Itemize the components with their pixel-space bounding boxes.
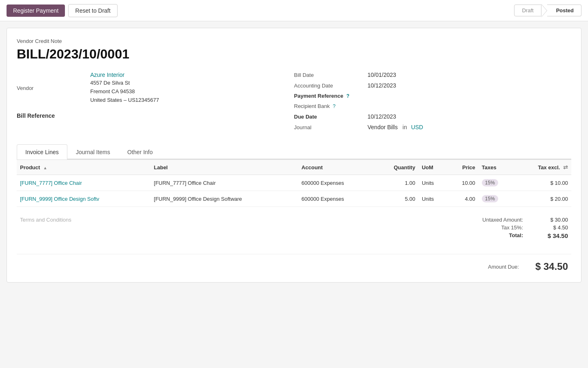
footer-section: Terms and Conditions Untaxed Amount: $ 3… — [17, 210, 571, 247]
payment-ref-help-icon[interactable]: ? — [346, 93, 349, 99]
row1-account: 600000 Expenses — [298, 175, 374, 191]
amount-due-section: Amount Due: $ 34.50 — [17, 254, 571, 272]
total-row: Total: $ 34.50 — [482, 232, 568, 239]
doc-number: BILL/2023/10/0001 — [17, 47, 571, 62]
bill-ref-label: Bill Reference — [17, 112, 294, 119]
status-arrow — [541, 4, 547, 17]
info-grid: Vendor Azure Interior 4557 De Silva St F… — [17, 72, 571, 135]
info-right: Bill Date 10/01/2023 Accounting Date 10/… — [294, 72, 571, 135]
untaxed-amount-label: Untaxed Amount: — [482, 217, 523, 223]
row2-taxes: 15% — [479, 191, 514, 207]
toolbar-left: Register Payment Reset to Draft — [7, 4, 118, 17]
recipient-bank-label: Recipient Bank ? — [294, 103, 368, 109]
row1-taxes: 15% — [479, 175, 514, 191]
tabs: Invoice Lines Journal Items Other Info — [17, 144, 571, 159]
row2-tax-badge: 15% — [482, 195, 498, 202]
due-date-value: 10/12/2023 — [368, 113, 571, 120]
product-sort-icon[interactable]: ▲ — [43, 166, 47, 170]
vendor-address: 4557 De Silva St Fremont CA 94538 United… — [90, 79, 294, 104]
register-payment-button[interactable]: Register Payment — [7, 4, 65, 17]
col-quantity: Quantity — [375, 160, 419, 175]
row1-product[interactable]: [FURN_7777] Office Chair — [17, 175, 151, 191]
tax-value: $ 4.50 — [539, 224, 568, 231]
row2-label: [FURN_9999] Office Design Software — [151, 191, 298, 207]
row2-tax-excl: $ 20.00 — [514, 191, 571, 207]
tab-journal-items[interactable]: Journal Items — [67, 144, 119, 159]
col-label: Label — [151, 160, 298, 175]
totals: Untaxed Amount: $ 30.00 Tax 15%: $ 4.50 … — [482, 217, 568, 241]
bill-date-label: Bill Date — [294, 72, 368, 78]
tax-excl-settings-icon[interactable]: ⇄ — [563, 164, 568, 171]
journal-currency[interactable]: USD — [411, 124, 423, 130]
due-date-label: Due Date — [294, 114, 368, 120]
journal-row: Journal Vendor Bills in USD — [294, 124, 571, 130]
untaxed-amount-row: Untaxed Amount: $ 30.00 — [482, 217, 568, 223]
row2-uom: Units — [419, 191, 448, 207]
bill-date-value: 10/01/2023 — [368, 72, 571, 78]
row2-quantity: 5.00 — [375, 191, 419, 207]
col-taxes: Taxes — [479, 160, 514, 175]
doc-type: Vendor Credit Note — [17, 38, 571, 44]
row1-tax-badge: 15% — [482, 179, 498, 186]
row1-price: 10.00 — [448, 175, 479, 191]
recipient-bank-row: Recipient Bank ? — [294, 103, 571, 109]
vendor-label: Vendor — [17, 85, 90, 91]
untaxed-amount-value: $ 30.00 — [539, 217, 568, 223]
col-account: Account — [298, 160, 374, 175]
tax-label: Tax 15%: — [501, 224, 523, 231]
amount-due-label: Amount Due: — [488, 264, 519, 270]
invoice-table: Product ▲ Label Account Quantity UoM Pri… — [17, 159, 571, 207]
payment-ref-row: Payment Reference ? — [294, 93, 571, 99]
tab-other-info[interactable]: Other Info — [119, 144, 161, 159]
vendor-field-row: Vendor Azure Interior 4557 De Silva St F… — [17, 72, 294, 104]
bill-date-row: Bill Date 10/01/2023 — [294, 72, 571, 78]
info-left: Vendor Azure Interior 4557 De Silva St F… — [17, 72, 294, 135]
tax-row: Tax 15%: $ 4.50 — [482, 224, 568, 231]
row1-tax-excl: $ 10.00 — [514, 175, 571, 191]
reset-to-draft-button[interactable]: Reset to Draft — [68, 4, 117, 17]
status-bar: Draft Posted — [514, 4, 581, 17]
accounting-date-value: 10/12/2023 — [368, 82, 571, 89]
amount-due-value: $ 34.50 — [535, 261, 568, 272]
accounting-date-row: Accounting Date 10/12/2023 — [294, 82, 571, 89]
row2-product[interactable]: [FURN_9999] Office Design Softv — [17, 191, 151, 207]
accounting-date-label: Accounting Date — [294, 83, 368, 89]
total-value: $ 34.50 — [539, 232, 568, 239]
status-posted[interactable]: Posted — [547, 4, 581, 16]
journal-label: Journal — [294, 124, 368, 130]
terms-placeholder[interactable]: Terms and Conditions — [20, 217, 71, 223]
row2-account: 600000 Expenses — [298, 191, 374, 207]
col-product: Product ▲ — [17, 160, 151, 175]
row1-uom: Units — [419, 175, 448, 191]
recipient-bank-help-icon[interactable]: ? — [333, 103, 336, 109]
main-content: Vendor Credit Note BILL/2023/10/0001 Ven… — [7, 28, 581, 283]
col-tax-excl: Tax excl. ⇄ — [514, 160, 571, 175]
row1-quantity: 1.00 — [375, 175, 419, 191]
vendor-name[interactable]: Azure Interior — [90, 72, 294, 78]
row1-label: [FURN_7777] Office Chair — [151, 175, 298, 191]
total-label: Total: — [509, 232, 523, 239]
journal-value: Vendor Bills in USD — [368, 124, 571, 130]
payment-ref-label: Payment Reference ? — [294, 93, 368, 99]
row2-price: 4.00 — [448, 191, 479, 207]
tab-invoice-lines[interactable]: Invoice Lines — [17, 144, 67, 159]
status-draft[interactable]: Draft — [514, 4, 541, 16]
table-row: [FURN_9999] Office Design Softv [FURN_99… — [17, 191, 571, 207]
col-uom: UoM — [419, 160, 448, 175]
table-row: [FURN_7777] Office Chair [FURN_7777] Off… — [17, 175, 571, 191]
toolbar: Register Payment Reset to Draft Draft Po… — [0, 0, 588, 21]
due-date-row: Due Date 10/12/2023 — [294, 113, 571, 120]
col-price: Price — [448, 160, 479, 175]
